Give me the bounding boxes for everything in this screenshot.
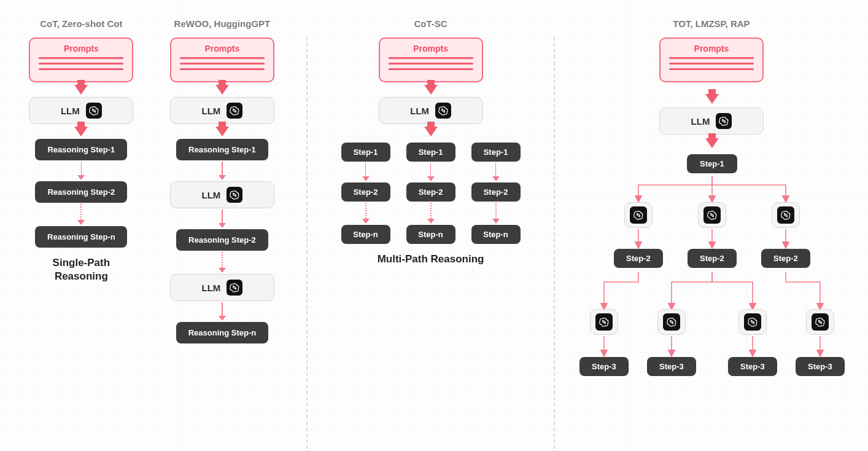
prompts-box-tot: Prompts bbox=[659, 37, 764, 82]
openai-icon bbox=[595, 313, 613, 331]
reasoning-step: Reasoning Step-1 bbox=[176, 139, 268, 160]
step-node: Step-1 bbox=[341, 143, 390, 162]
arrow-down-icon bbox=[705, 94, 719, 104]
header-cot: CoT, Zero-shot Cot bbox=[40, 18, 122, 29]
step-node: Step-2 bbox=[471, 182, 521, 202]
prompt-lines-icon bbox=[37, 57, 125, 70]
llm-label: LLM bbox=[410, 106, 429, 116]
llm-node: LLM bbox=[379, 97, 483, 124]
tot-tree: Prompts LLM Step-1 bbox=[579, 37, 843, 451]
arrow-down-icon bbox=[424, 127, 438, 136]
llm-mini-node bbox=[738, 309, 767, 335]
step-node: Step-1 bbox=[687, 154, 737, 173]
arrow-down-icon bbox=[74, 85, 88, 95]
caption-single-path: Single-Path Reasoning bbox=[53, 256, 110, 283]
prompts-title: Prompts bbox=[179, 44, 266, 53]
prompts-box-cot: Prompts bbox=[29, 37, 133, 82]
step-node: Step-3 bbox=[647, 357, 696, 376]
step-node: Step-1 bbox=[471, 143, 521, 162]
llm-mini-node bbox=[698, 202, 726, 228]
step-node: Step-n bbox=[341, 225, 390, 244]
openai-icon bbox=[777, 206, 794, 224]
prompts-box-rewoo: Prompts bbox=[170, 37, 274, 82]
column-rewoo: ReWOO, HuggingGPT Prompts LLM Reasoning … bbox=[163, 18, 282, 343]
arrow-down-icon bbox=[427, 203, 435, 224]
column-cotsc: CoT-SC Prompts LLM Step-1 Step-2 Step-n … bbox=[332, 18, 529, 266]
arrow-down-icon bbox=[77, 204, 85, 225]
openai-icon bbox=[227, 187, 242, 203]
llm-label: LLM bbox=[691, 116, 710, 127]
arrow-down-icon bbox=[219, 210, 226, 228]
prompts-title: Prompts bbox=[387, 44, 475, 53]
llm-label: LLM bbox=[202, 106, 221, 116]
llm-label: LLM bbox=[202, 283, 221, 293]
step-node: Step-2 bbox=[614, 249, 663, 268]
openai-icon bbox=[716, 113, 732, 129]
header-rewoo: ReWOO, HuggingGPT bbox=[174, 18, 271, 29]
header-tot: TOT, LMZSP, RAP bbox=[673, 18, 750, 29]
arrow-down-icon bbox=[427, 163, 435, 181]
step-node: Step-2 bbox=[688, 249, 737, 268]
prompt-lines-icon bbox=[387, 57, 475, 70]
arrow-down-icon bbox=[492, 163, 500, 181]
arrow-down-icon bbox=[215, 85, 229, 95]
step-node: Step-n bbox=[471, 225, 521, 244]
arrow-down-icon bbox=[219, 162, 226, 180]
llm-node: LLM bbox=[170, 274, 274, 301]
prompt-lines-icon bbox=[668, 57, 755, 70]
section-divider bbox=[554, 37, 555, 451]
header-cotsc: CoT-SC bbox=[414, 18, 447, 29]
reasoning-step: Reasoning Step-n bbox=[35, 226, 127, 248]
llm-label: LLM bbox=[202, 190, 221, 200]
prompts-title: Prompts bbox=[668, 44, 755, 53]
llm-node: LLM bbox=[659, 108, 764, 135]
step-node: Step-n bbox=[406, 225, 455, 244]
cotsc-path: Step-1 Step-2 Step-n bbox=[406, 143, 455, 244]
openai-icon bbox=[663, 313, 680, 331]
arrow-down-icon bbox=[424, 85, 438, 95]
arrow-down-icon bbox=[219, 252, 226, 273]
llm-mini-node bbox=[772, 202, 800, 228]
openai-icon bbox=[86, 103, 102, 119]
column-tot: TOT, LMZSP, RAP Prompts LLM Step-1 bbox=[579, 18, 843, 451]
arrow-down-icon bbox=[492, 203, 500, 224]
openai-icon bbox=[703, 206, 721, 224]
reasoning-step: Reasoning Step-1 bbox=[35, 139, 127, 160]
step-node: Step-1 bbox=[406, 143, 455, 162]
arrow-down-icon bbox=[705, 138, 719, 148]
llm-label: LLM bbox=[61, 106, 80, 116]
llm-node: LLM bbox=[170, 181, 274, 208]
prompts-box-cotsc: Prompts bbox=[379, 37, 483, 82]
llm-mini-node bbox=[806, 309, 834, 335]
llm-node: LLM bbox=[29, 97, 133, 124]
prompts-title: Prompts bbox=[37, 44, 125, 53]
arrow-down-icon bbox=[362, 203, 370, 224]
step-node: Step-3 bbox=[579, 357, 629, 376]
step-node: Step-2 bbox=[341, 182, 390, 202]
openai-icon bbox=[630, 206, 647, 224]
section-divider bbox=[306, 37, 308, 451]
caption-multi-path: Multi-Path Reasoning bbox=[378, 253, 484, 266]
arrow-down-icon bbox=[77, 162, 85, 180]
arrow-down-icon bbox=[215, 127, 229, 136]
column-cot: CoT, Zero-shot Cot Prompts LLM Reasoning… bbox=[25, 18, 138, 283]
step-node: Step-2 bbox=[406, 182, 455, 202]
openai-icon bbox=[227, 280, 242, 296]
reasoning-step: Reasoning Step-n bbox=[176, 322, 268, 343]
reasoning-step: Reasoning Step-2 bbox=[176, 229, 268, 251]
reasoning-step: Reasoning Step-2 bbox=[35, 181, 127, 203]
cotsc-paths: Step-1 Step-2 Step-n Step-1 Step-2 Step-… bbox=[341, 143, 521, 244]
openai-icon bbox=[227, 103, 242, 119]
prompt-lines-icon bbox=[179, 57, 266, 70]
cotsc-path: Step-1 Step-2 Step-n bbox=[471, 143, 521, 244]
llm-mini-node bbox=[590, 309, 618, 335]
openai-icon bbox=[744, 313, 761, 331]
cotsc-path: Step-1 Step-2 Step-n bbox=[341, 143, 390, 244]
llm-node: LLM bbox=[170, 97, 274, 124]
llm-mini-node bbox=[624, 202, 653, 228]
step-node: Step-3 bbox=[796, 357, 845, 376]
arrow-down-icon bbox=[74, 127, 88, 136]
openai-icon bbox=[812, 313, 829, 331]
arrow-down-icon bbox=[362, 163, 370, 181]
step-node: Step-3 bbox=[728, 357, 777, 376]
